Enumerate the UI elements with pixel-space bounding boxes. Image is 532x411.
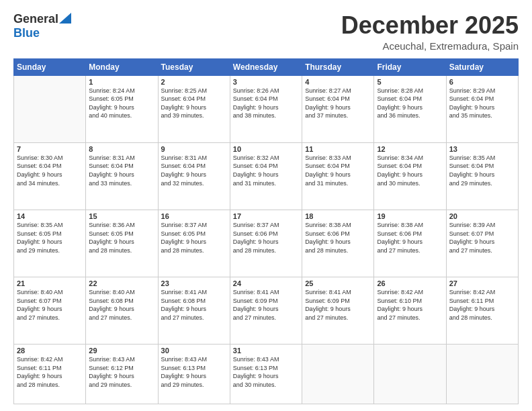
day-info: Sunrise: 8:43 AM Sunset: 6:13 PM Dayligh… [233, 355, 299, 389]
calendar-week-row: 28Sunrise: 8:42 AM Sunset: 6:11 PM Dayli… [14, 345, 519, 404]
weekday-header-sunday: Sunday [14, 58, 86, 75]
logo-general-text: General [13, 12, 58, 26]
svg-marker-0 [59, 13, 71, 24]
day-number: 14 [17, 212, 83, 220]
day-info: Sunrise: 8:38 AM Sunset: 6:06 PM Dayligh… [305, 221, 371, 255]
calendar-week-row: 14Sunrise: 8:35 AM Sunset: 6:05 PM Dayli… [14, 210, 519, 277]
day-info: Sunrise: 8:30 AM Sunset: 6:04 PM Dayligh… [17, 154, 83, 187]
calendar-cell: 3Sunrise: 8:26 AM Sunset: 6:04 PM Daylig… [230, 75, 302, 142]
calendar-week-row: 7Sunrise: 8:30 AM Sunset: 6:04 PM Daylig… [14, 142, 519, 210]
calendar-cell: 22Sunrise: 8:40 AM Sunset: 6:08 PM Dayli… [86, 277, 158, 345]
weekday-header-thursday: Thursday [302, 58, 374, 75]
day-info: Sunrise: 8:27 AM Sunset: 6:04 PM Dayligh… [305, 87, 371, 120]
day-info: Sunrise: 8:28 AM Sunset: 6:04 PM Dayligh… [377, 87, 443, 120]
day-info: Sunrise: 8:43 AM Sunset: 6:13 PM Dayligh… [161, 355, 227, 389]
day-number: 27 [449, 279, 515, 287]
calendar-cell: 7Sunrise: 8:30 AM Sunset: 6:04 PM Daylig… [14, 142, 86, 210]
day-info: Sunrise: 8:24 AM Sunset: 6:05 PM Dayligh… [89, 87, 154, 120]
day-number: 19 [377, 212, 443, 220]
weekday-header-friday: Friday [374, 58, 446, 75]
calendar-week-row: 21Sunrise: 8:40 AM Sunset: 6:07 PM Dayli… [14, 277, 519, 345]
day-number: 12 [377, 145, 443, 153]
calendar-table: SundayMondayTuesdayWednesdayThursdayFrid… [13, 58, 519, 404]
calendar-cell: 17Sunrise: 8:37 AM Sunset: 6:06 PM Dayli… [230, 210, 302, 277]
day-info: Sunrise: 8:36 AM Sunset: 6:05 PM Dayligh… [89, 221, 154, 255]
day-info: Sunrise: 8:39 AM Sunset: 6:07 PM Dayligh… [449, 221, 515, 255]
day-info: Sunrise: 8:34 AM Sunset: 6:04 PM Dayligh… [377, 154, 443, 187]
day-number: 22 [89, 279, 154, 287]
calendar-cell: 12Sunrise: 8:34 AM Sunset: 6:04 PM Dayli… [374, 142, 446, 210]
day-info: Sunrise: 8:35 AM Sunset: 6:04 PM Dayligh… [449, 154, 515, 187]
calendar-cell: 8Sunrise: 8:31 AM Sunset: 6:04 PM Daylig… [86, 142, 158, 210]
day-number: 10 [233, 145, 299, 153]
day-info: Sunrise: 8:41 AM Sunset: 6:08 PM Dayligh… [161, 288, 227, 322]
day-number: 23 [161, 279, 227, 287]
calendar-cell [14, 75, 86, 142]
day-info: Sunrise: 8:31 AM Sunset: 6:04 PM Dayligh… [89, 154, 154, 187]
calendar-cell [374, 345, 446, 404]
weekday-header-row: SundayMondayTuesdayWednesdayThursdayFrid… [14, 58, 519, 75]
header: General Blue December 2025 Aceuchal, Ext… [13, 12, 519, 52]
month-title: December 2025 [341, 12, 519, 39]
day-number: 15 [89, 212, 154, 220]
day-number: 5 [377, 78, 443, 86]
weekday-header-monday: Monday [86, 58, 158, 75]
logo: General Blue [13, 12, 71, 40]
day-info: Sunrise: 8:37 AM Sunset: 6:05 PM Dayligh… [161, 221, 227, 255]
title-block: December 2025 Aceuchal, Extremadura, Spa… [341, 12, 519, 52]
day-number: 2 [161, 78, 227, 86]
page: General Blue December 2025 Aceuchal, Ext… [0, 0, 532, 411]
calendar-cell: 29Sunrise: 8:43 AM Sunset: 6:12 PM Dayli… [86, 345, 158, 404]
day-number: 7 [17, 145, 83, 153]
day-info: Sunrise: 8:42 AM Sunset: 6:10 PM Dayligh… [377, 288, 443, 322]
day-number: 17 [233, 212, 299, 220]
calendar-cell: 9Sunrise: 8:31 AM Sunset: 6:04 PM Daylig… [158, 142, 230, 210]
calendar-cell: 18Sunrise: 8:38 AM Sunset: 6:06 PM Dayli… [302, 210, 374, 277]
day-number: 8 [89, 145, 154, 153]
day-number: 20 [449, 212, 515, 220]
day-info: Sunrise: 8:26 AM Sunset: 6:04 PM Dayligh… [233, 87, 299, 120]
calendar-cell: 24Sunrise: 8:41 AM Sunset: 6:09 PM Dayli… [230, 277, 302, 345]
day-info: Sunrise: 8:32 AM Sunset: 6:04 PM Dayligh… [233, 154, 299, 187]
calendar-cell: 10Sunrise: 8:32 AM Sunset: 6:04 PM Dayli… [230, 142, 302, 210]
day-info: Sunrise: 8:40 AM Sunset: 6:08 PM Dayligh… [89, 288, 154, 322]
day-info: Sunrise: 8:38 AM Sunset: 6:06 PM Dayligh… [377, 221, 443, 255]
day-number: 21 [17, 279, 83, 287]
calendar-cell [446, 345, 518, 404]
day-info: Sunrise: 8:40 AM Sunset: 6:07 PM Dayligh… [17, 288, 83, 322]
day-number: 6 [449, 78, 515, 86]
calendar-cell: 1Sunrise: 8:24 AM Sunset: 6:05 PM Daylig… [86, 75, 158, 142]
day-info: Sunrise: 8:29 AM Sunset: 6:04 PM Dayligh… [449, 87, 515, 120]
weekday-header-wednesday: Wednesday [230, 58, 302, 75]
calendar-cell: 19Sunrise: 8:38 AM Sunset: 6:06 PM Dayli… [374, 210, 446, 277]
day-number: 3 [233, 78, 299, 86]
day-number: 30 [161, 347, 227, 355]
day-info: Sunrise: 8:42 AM Sunset: 6:11 PM Dayligh… [449, 288, 515, 322]
day-number: 26 [377, 279, 443, 287]
calendar-cell: 26Sunrise: 8:42 AM Sunset: 6:10 PM Dayli… [374, 277, 446, 345]
day-number: 11 [305, 145, 371, 153]
calendar-cell: 5Sunrise: 8:28 AM Sunset: 6:04 PM Daylig… [374, 75, 446, 142]
calendar-cell: 11Sunrise: 8:33 AM Sunset: 6:04 PM Dayli… [302, 142, 374, 210]
day-number: 24 [233, 279, 299, 287]
day-number: 25 [305, 279, 371, 287]
calendar-cell: 31Sunrise: 8:43 AM Sunset: 6:13 PM Dayli… [230, 345, 302, 404]
calendar-cell: 6Sunrise: 8:29 AM Sunset: 6:04 PM Daylig… [446, 75, 518, 142]
location-title: Aceuchal, Extremadura, Spain [341, 40, 519, 52]
day-number: 1 [89, 78, 154, 86]
day-number: 9 [161, 145, 227, 153]
day-info: Sunrise: 8:35 AM Sunset: 6:05 PM Dayligh… [17, 221, 83, 255]
calendar-cell: 25Sunrise: 8:41 AM Sunset: 6:09 PM Dayli… [302, 277, 374, 345]
calendar-cell: 30Sunrise: 8:43 AM Sunset: 6:13 PM Dayli… [158, 345, 230, 404]
calendar-cell: 14Sunrise: 8:35 AM Sunset: 6:05 PM Dayli… [14, 210, 86, 277]
day-number: 28 [17, 347, 83, 355]
calendar-cell: 23Sunrise: 8:41 AM Sunset: 6:08 PM Dayli… [158, 277, 230, 345]
logo-blue-text: Blue [13, 26, 40, 40]
day-info: Sunrise: 8:43 AM Sunset: 6:12 PM Dayligh… [89, 355, 154, 389]
calendar-cell: 20Sunrise: 8:39 AM Sunset: 6:07 PM Dayli… [446, 210, 518, 277]
day-info: Sunrise: 8:42 AM Sunset: 6:11 PM Dayligh… [17, 355, 83, 389]
weekday-header-tuesday: Tuesday [158, 58, 230, 75]
day-number: 4 [305, 78, 371, 86]
day-number: 13 [449, 145, 515, 153]
calendar-cell: 28Sunrise: 8:42 AM Sunset: 6:11 PM Dayli… [14, 345, 86, 404]
